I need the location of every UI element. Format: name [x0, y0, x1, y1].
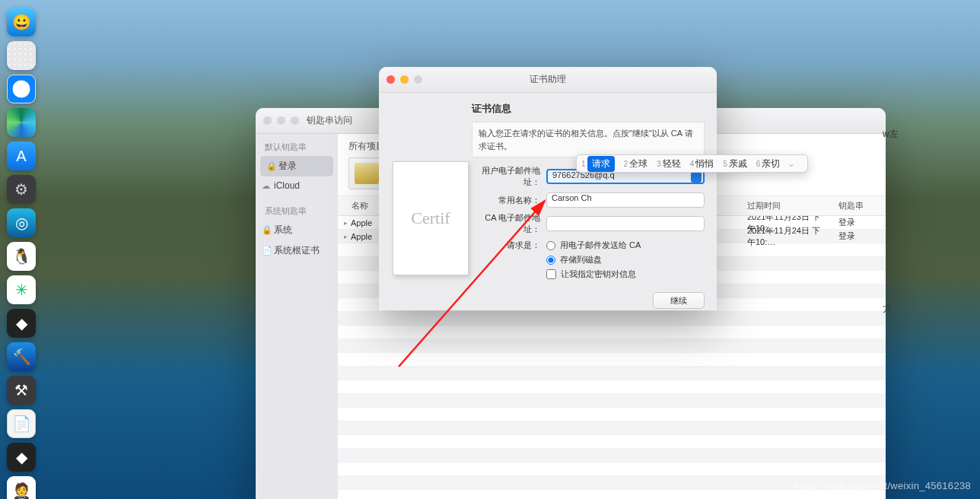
label-common-name: 常用名称：	[472, 195, 546, 206]
checkbox-key-pair-info[interactable]: 让我指定密钥对信息	[546, 269, 705, 280]
common-name-field[interactable]: Carson Ch	[546, 192, 705, 208]
ime-candidate-3[interactable]: 3轻轻	[652, 157, 686, 170]
table-row-empty	[338, 312, 886, 326]
dock-settings[interactable]: ⚙	[7, 175, 36, 204]
radio-save-to-disk[interactable]: 存储到磁盘	[546, 254, 705, 265]
truncated-text: w左	[883, 128, 899, 141]
disclosure-icon[interactable]: ▸	[344, 233, 348, 240]
label-request: 请求是：	[472, 240, 546, 251]
dock-appstore[interactable]: A	[7, 141, 36, 170]
table-row-empty	[338, 380, 886, 394]
certificate-image: Certif	[393, 161, 469, 275]
table-row-empty	[338, 421, 886, 435]
watermark: https://blog.csdn.net/weixin_45616238	[794, 480, 971, 491]
dock-edge[interactable]	[7, 108, 36, 137]
dock-launchpad[interactable]	[7, 41, 36, 70]
ime-candidate-2[interactable]: 2全球	[619, 157, 653, 170]
ime-candidate-5[interactable]: 5亲戚	[718, 157, 752, 170]
sidebar-item-sysroot[interactable]: 📄 系统根证书	[256, 240, 338, 261]
chevron-down-icon[interactable]: ⌄	[788, 158, 800, 169]
dock-safari[interactable]	[7, 75, 36, 103]
dock-xcode[interactable]: 🔨	[7, 342, 36, 371]
table-row-empty	[338, 462, 886, 476]
assistant-illustration: Certif	[379, 93, 469, 310]
ime-candidate-4[interactable]: 4悄悄	[686, 157, 719, 170]
checkbox-input[interactable]	[546, 269, 556, 279]
sidebar-item-icloud[interactable]: ☁ iCloud	[256, 176, 338, 195]
col-chain[interactable]: 钥匙串	[832, 196, 886, 215]
dock: 😀A⚙◎🐧✳◆🔨⚒📄◆🤵	[5, 8, 38, 499]
ime-candidate-bar[interactable]: 1请求2全球3轻轻4悄悄5亲戚6亲切⌄	[576, 154, 808, 173]
dock-butler[interactable]: 🤵	[7, 476, 36, 499]
assistant-titlebar[interactable]: 证书助理	[379, 67, 717, 93]
ime-candidate-6[interactable]: 6亲切	[752, 157, 785, 170]
table-row-empty	[338, 353, 886, 367]
dropdown-icon[interactable]	[691, 172, 702, 183]
dock-tool[interactable]: ⚒	[7, 376, 36, 405]
keychain-title: 钥匙串访问	[307, 114, 352, 127]
assistant-description: 输入您正在请求的证书的相关信息。点按"继续"以从 CA 请求证书。	[472, 122, 705, 157]
table-row-empty	[338, 339, 886, 353]
traffic-lights[interactable]	[263, 116, 299, 125]
sidebar-item-login[interactable]: 🔒 登录	[260, 156, 333, 176]
close-icon[interactable]	[387, 75, 395, 84]
table-row-empty	[338, 449, 886, 462]
assistant-title: 证书助理	[530, 73, 566, 86]
table-row-empty	[338, 408, 886, 421]
sidebar-hdr-default: 默认钥匙串	[256, 138, 338, 156]
close-icon[interactable]	[263, 116, 272, 125]
cert-icon: 📄	[262, 246, 272, 256]
assistant-header: 证书信息	[472, 100, 705, 122]
certificate-assistant-window: 证书助理 Certif 证书信息 输入您正在请求的证书的相关信息。点按"继续"以…	[379, 67, 717, 310]
table-row-empty	[338, 326, 886, 339]
ime-candidate-1[interactable]: 1请求	[577, 156, 619, 172]
col-date[interactable]: 过期时间	[741, 196, 832, 215]
table-row-empty	[338, 367, 886, 380]
zoom-icon[interactable]	[291, 116, 299, 125]
dock-qq[interactable]: 🐧	[7, 242, 36, 271]
dock-wechat[interactable]: ✳	[7, 275, 36, 304]
traffic-lights[interactable]	[387, 75, 422, 84]
zoom-icon[interactable]	[414, 75, 422, 84]
cloud-icon: ☁	[262, 181, 270, 191]
minimize-icon[interactable]	[400, 75, 409, 84]
label-ca-email: CA 电子邮件地址：	[472, 212, 546, 235]
keychain-sidebar: 默认钥匙串 🔒 登录 ☁ iCloud 系统钥匙串 🔒 系统 📄 系统根证书	[256, 134, 338, 499]
radio-input[interactable]	[546, 256, 555, 265]
dock-finder[interactable]: 😀	[7, 8, 36, 37]
minimize-icon[interactable]	[277, 116, 285, 125]
disclosure-icon[interactable]: ▸	[344, 219, 348, 227]
table-row-empty	[338, 394, 886, 408]
radio-input[interactable]	[546, 241, 555, 250]
dock-unity2[interactable]: ◆	[7, 443, 36, 472]
radio-email-to-ca[interactable]: 用电子邮件发送给 CA	[546, 240, 705, 251]
ca-email-field[interactable]	[546, 216, 705, 231]
continue-button[interactable]: 继续	[653, 292, 705, 309]
sidebar-item-system[interactable]: 🔒 系统	[256, 220, 338, 240]
dock-unity[interactable]: ◆	[7, 309, 36, 338]
truncated-text-2: 方	[883, 303, 892, 316]
sidebar-hdr-system: 系统钥匙串	[256, 202, 338, 220]
lock-icon: 🔒	[262, 225, 272, 235]
dock-notes[interactable]: 📄	[7, 409, 36, 438]
table-row-empty	[338, 435, 886, 449]
lock-icon: 🔒	[266, 161, 277, 171]
label-email: 用户电子邮件地址：	[472, 165, 546, 188]
dock-quicktime[interactable]: ◎	[7, 208, 36, 237]
